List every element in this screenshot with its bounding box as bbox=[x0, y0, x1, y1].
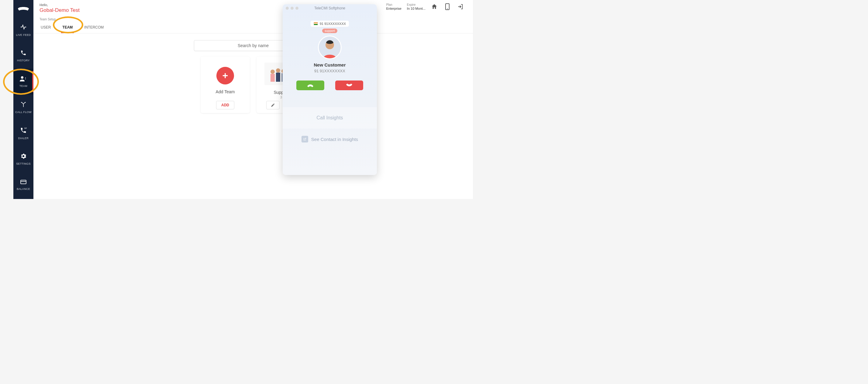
tab-user[interactable]: USER bbox=[39, 22, 52, 33]
svg-rect-9 bbox=[271, 74, 275, 82]
sidebar-item-history[interactable]: HISTORY bbox=[13, 43, 33, 69]
main-content: Hello, Gobal-Demo Test Plan Enterprise E… bbox=[33, 0, 473, 199]
svg-rect-2 bbox=[21, 180, 26, 184]
tab-intercom[interactable]: INTERCOM bbox=[83, 22, 105, 33]
sidebar-item-team[interactable]: TEAM bbox=[13, 69, 33, 94]
svg-text:SIP: SIP bbox=[24, 127, 27, 129]
greeting: Hello, Gobal-Demo Test bbox=[39, 3, 80, 13]
call-buttons-row bbox=[296, 81, 363, 90]
plus-icon bbox=[221, 71, 229, 80]
see-contact-text: See Contact in Insights bbox=[311, 137, 358, 142]
split-icon bbox=[20, 101, 26, 109]
mobile-icon[interactable] bbox=[445, 3, 450, 10]
link-box-icon bbox=[302, 136, 308, 142]
phone-decline-icon bbox=[346, 83, 353, 88]
svg-rect-11 bbox=[276, 73, 280, 82]
app-logo bbox=[13, 0, 33, 17]
greeting-hello: Hello, bbox=[39, 3, 80, 7]
sidebar-item-label: SETTINGS bbox=[16, 162, 30, 165]
softphone-body: 91 91XXXXXXXX support New Customer 91 91… bbox=[283, 12, 377, 142]
phone-logo-icon bbox=[17, 5, 29, 12]
team-badge: support bbox=[322, 29, 337, 33]
see-contact-link[interactable]: See Contact in Insights bbox=[302, 136, 358, 142]
caller-name: New Customer bbox=[314, 62, 346, 67]
expire-value: In 10 Mont... bbox=[407, 7, 426, 10]
call-insights-title: Call Insights bbox=[283, 107, 377, 129]
expire-label: Expire bbox=[407, 3, 426, 6]
softphone-title: TeleCMI Softphone bbox=[283, 6, 377, 10]
sidebar-item-label: LIVE FEED bbox=[16, 33, 31, 36]
phone-icon bbox=[20, 50, 26, 57]
decline-call-button[interactable] bbox=[335, 81, 363, 90]
phone-chip: 91 91XXXXXXXX bbox=[311, 21, 349, 27]
external-link-icon bbox=[303, 137, 307, 141]
flag-india-icon bbox=[314, 22, 318, 25]
svg-point-8 bbox=[271, 70, 275, 74]
header-icons bbox=[431, 3, 464, 10]
plan-col: Plan Enterprise bbox=[386, 3, 401, 10]
softphone-titlebar: TeleCMI Softphone bbox=[283, 4, 377, 12]
phone-accept-icon bbox=[307, 83, 314, 88]
card-icon bbox=[20, 180, 27, 186]
expire-col: Expire In 10 Mont... bbox=[407, 3, 426, 10]
header-right: Plan Enterprise Expire In 10 Mont... bbox=[386, 3, 467, 10]
accept-call-button[interactable] bbox=[296, 81, 324, 90]
home-icon[interactable] bbox=[431, 3, 438, 10]
plan-expire: Plan Enterprise Expire In 10 Mont... bbox=[386, 3, 426, 10]
search-wrap: Search by name bbox=[33, 40, 473, 51]
sidebar-item-call-flow[interactable]: CALL FLOW bbox=[13, 94, 33, 120]
activity-icon bbox=[20, 24, 27, 32]
edit-team-button[interactable] bbox=[266, 101, 280, 109]
add-button[interactable]: ADD bbox=[216, 101, 234, 109]
phone-chip-text: 91 91XXXXXXXX bbox=[320, 22, 346, 26]
tab-team[interactable]: TEAM bbox=[61, 22, 74, 33]
cards-row: Add Team ADD Support 3 bbox=[33, 57, 473, 113]
pencil-icon bbox=[271, 103, 275, 107]
add-team-card: Add Team ADD bbox=[200, 57, 250, 113]
svg-point-0 bbox=[21, 76, 23, 79]
team-member-count: 3 bbox=[280, 95, 282, 99]
caller-avatar bbox=[318, 36, 342, 59]
caller-phone: 91 91XXXXXXXX bbox=[314, 69, 345, 73]
team-icon bbox=[20, 76, 27, 83]
sidebar-item-settings[interactable]: SETTINGS bbox=[13, 146, 33, 172]
svg-point-10 bbox=[276, 68, 280, 73]
header-row: Hello, Gobal-Demo Test Plan Enterprise E… bbox=[33, 0, 473, 13]
logout-icon[interactable] bbox=[457, 3, 464, 10]
gear-icon bbox=[20, 153, 26, 160]
sidebar-item-label: DIALER bbox=[18, 137, 29, 140]
sidebar-item-label: HISTORY bbox=[17, 59, 30, 62]
sidebar-item-live-feed[interactable]: LIVE FEED bbox=[13, 17, 33, 43]
softphone-window: TeleCMI Softphone 91 91XXXXXXXX support … bbox=[283, 4, 377, 175]
sidebar-item-label: CALL FLOW bbox=[15, 110, 31, 114]
sidebar: LIVE FEED HISTORY TEAM CALL FLOW SIP DIA… bbox=[13, 0, 33, 199]
plan-value: Enterprise bbox=[386, 7, 401, 10]
greeting-username: Gobal-Demo Test bbox=[39, 7, 80, 13]
dialer-icon: SIP bbox=[20, 127, 27, 135]
sidebar-item-dialer[interactable]: SIP DIALER bbox=[13, 120, 33, 146]
sidebar-item-label: BALANCE bbox=[17, 187, 30, 190]
sidebar-item-balance[interactable]: BALANCE bbox=[13, 172, 33, 198]
section-label: Team Setup bbox=[33, 13, 473, 22]
add-team-button[interactable] bbox=[216, 67, 234, 85]
tabs: USER TEAM INTERCOM bbox=[33, 22, 473, 33]
sidebar-item-label: TEAM bbox=[20, 85, 27, 88]
plan-label: Plan bbox=[386, 3, 401, 6]
add-team-title: Add Team bbox=[216, 89, 235, 94]
